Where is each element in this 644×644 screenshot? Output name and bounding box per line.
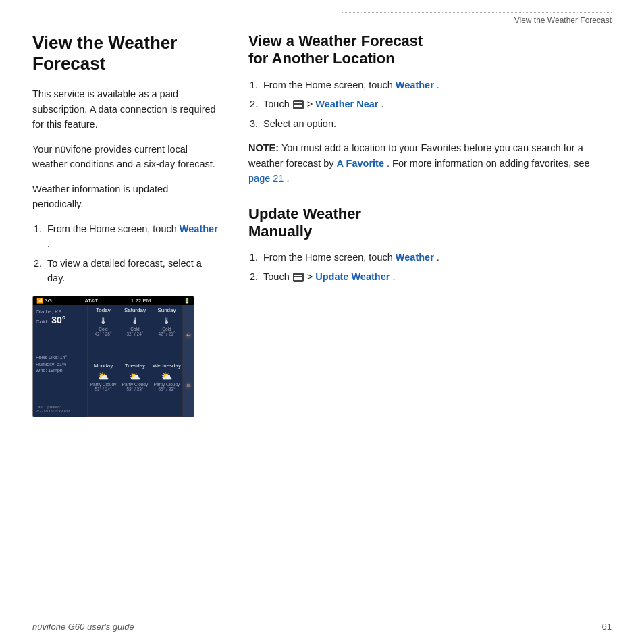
- main-content: View the WeatherForecast This service is…: [32, 32, 612, 612]
- note-favorite-link[interactable]: A Favorite: [337, 158, 384, 169]
- screenshot-statusbar: 📶 3G AT&T 1:22 PM 🔋: [33, 296, 194, 305]
- right-s1-step-3-text: Select an option.: [263, 118, 336, 129]
- left-step-1: From the Home screen, touch Weather .: [45, 221, 221, 252]
- menu-icon-1: [293, 100, 304, 109]
- ws-day-saturday: Saturday 🌡 Cold 32° / 24°: [119, 305, 151, 361]
- screenshot-btn-back: ↩: [185, 332, 192, 339]
- note-text-end: .: [286, 173, 289, 184]
- screenshot-city: Olathe, KS: [36, 308, 84, 315]
- left-steps: From the Home screen, touch Weather . To…: [45, 221, 221, 286]
- right-s2-step-1-text: From the Home screen, touch: [263, 252, 396, 263]
- screenshot-grid: Today 🌡 Cold 42° / 28° Saturday 🌡 Cold 3…: [87, 305, 183, 417]
- time-display: 1:22 PM: [131, 298, 151, 304]
- right-s2-step-2-gt: >: [307, 271, 316, 282]
- signal-indicator: 📶 3G: [36, 298, 52, 304]
- ws-day-wednesday: Wednesday ⛅ Partly Cloudy 55° / 33°: [151, 360, 183, 417]
- left-section-title: View the WeatherForecast: [32, 32, 221, 74]
- section-divider: Update WeatherManually From the Home scr…: [248, 205, 612, 285]
- screenshot-side-buttons: ↩ ≡: [183, 305, 194, 417]
- right-s1-step-1-text: From the Home screen, touch: [263, 80, 396, 90]
- right-s2-step-1-link[interactable]: Weather: [396, 252, 434, 263]
- right-s1-step-2-text-before: Touch: [263, 99, 292, 109]
- right-s1-step-2-gt: >: [307, 99, 316, 109]
- right-s2-step-2-link[interactable]: Update Weather: [315, 271, 390, 282]
- right-s2-step-2-text-before: Touch: [263, 271, 292, 282]
- screenshot-updated: Last Updated:2/27/2009 1:33 PM: [36, 405, 84, 413]
- left-column: View the WeatherForecast This service is…: [32, 32, 221, 612]
- left-step-1-text: From the Home screen, touch: [47, 223, 180, 234]
- left-step-1-period: .: [47, 238, 50, 249]
- battery-icon: 🔋: [184, 298, 190, 304]
- screenshot-details: Feels Like: 14° Humidity: 61% Wnd: 19mph: [36, 354, 84, 374]
- footer-page-number: 61: [602, 622, 612, 632]
- left-para-3: Weather information is updated periodica…: [32, 182, 221, 212]
- right-s1-step-1: From the Home screen, touch Weather .: [261, 78, 612, 92]
- right-s1-step-3: Select an option.: [261, 116, 612, 131]
- screenshot-condition: Cold 30°: [36, 315, 84, 325]
- page-footer: nüvifone G60 user's guide 61: [32, 622, 612, 632]
- left-step-1-link[interactable]: Weather: [180, 223, 218, 234]
- ws-day-tuesday: Tuesday ⛅ Partly Cloudy 53° / 33°: [119, 360, 151, 417]
- right-s1-step-2-link[interactable]: Weather Near: [315, 99, 378, 109]
- right-s2-step-1-period: .: [437, 252, 439, 263]
- note-label: NOTE:: [248, 142, 279, 153]
- footer-title: nüvifone G60 user's guide: [32, 622, 134, 632]
- note-block: NOTE: You must add a location to your Fa…: [248, 140, 612, 186]
- note-text-2: . For more information on adding favorit…: [387, 158, 590, 169]
- right-s1-step-2: Touch > Weather Near .: [261, 97, 612, 111]
- right-section1-title: View a Weather Forecastfor Another Locat…: [248, 32, 612, 68]
- menu-icon-2: [293, 273, 304, 282]
- left-para-2: Your nüvifone provides current local wea…: [32, 142, 221, 172]
- screenshot-btn-menu: ≡: [185, 382, 192, 389]
- right-s1-step-1-period: .: [437, 80, 439, 90]
- right-s2-step-2-period: .: [392, 271, 395, 282]
- right-s2-step-1: From the Home screen, touch Weather .: [261, 250, 612, 265]
- ws-day-today: Today 🌡 Cold 42° / 28°: [88, 305, 119, 361]
- page-header: View the Weather Forecast: [342, 12, 612, 25]
- right-column: View a Weather Forecastfor Another Locat…: [248, 32, 612, 612]
- left-step-2: To view a detailed forecast, select a da…: [45, 256, 221, 286]
- ws-day-sunday: Sunday 🌡 Cold 42° / 21°: [151, 305, 183, 361]
- right-s1-step-2-period: .: [381, 99, 384, 109]
- right-section2-steps: From the Home screen, touch Weather . To…: [261, 250, 612, 284]
- right-section1-steps: From the Home screen, touch Weather . To…: [261, 78, 612, 131]
- right-s2-step-2: Touch > Update Weather .: [261, 269, 612, 284]
- ws-day-monday: Monday ⛅ Partly Cloudy 51° / 24°: [88, 360, 119, 417]
- carrier-label: AT&T: [84, 298, 98, 304]
- left-step-2-text: To view a detailed forecast, select a da…: [47, 258, 202, 284]
- screenshot-left-panel: Olathe, KS Cold 30° Feels Like: 14° Humi…: [33, 305, 87, 417]
- right-s1-step-1-link[interactable]: Weather: [396, 80, 434, 90]
- right-section2-title: Update WeatherManually: [248, 205, 612, 241]
- note-page-link[interactable]: page 21: [248, 173, 284, 184]
- weather-screenshot: 📶 3G AT&T 1:22 PM 🔋 Olathe, KS Cold 30° …: [32, 296, 194, 417]
- left-para-1: This service is available as a paid subs…: [32, 86, 221, 132]
- screenshot-body: Olathe, KS Cold 30° Feels Like: 14° Humi…: [33, 305, 194, 417]
